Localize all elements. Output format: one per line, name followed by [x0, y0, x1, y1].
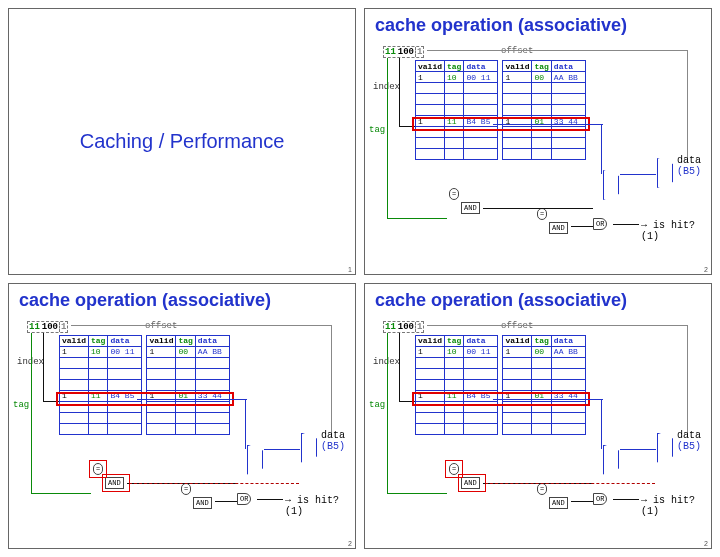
addr-index-bits: 100	[397, 47, 415, 57]
or-gate: OR	[593, 493, 607, 505]
data-output-label: data(B5)	[677, 430, 701, 452]
data-mux-0	[603, 170, 619, 200]
presentation-title: Caching / Performance	[80, 130, 285, 153]
data-mux-1	[657, 433, 673, 463]
cache-way-1: validtagdata 100AA BB 10133 44	[502, 335, 585, 435]
data-mux-1	[301, 433, 317, 463]
data-mux-0	[603, 445, 619, 475]
is-hit-label: → is hit? (1)	[641, 495, 711, 517]
slide-title: Caching / Performance 1	[8, 8, 356, 275]
slide-heading: cache operation (associative)	[375, 290, 711, 311]
eq-gate-1: =	[537, 208, 547, 220]
slide-cache-op-1: cache operation (associative) 11 100 1 o…	[364, 8, 712, 275]
page-number: 2	[704, 540, 708, 547]
cache-way-0: validtagdata 11000 11 111B4 B5	[59, 335, 142, 435]
address-bits: 11 100 1	[383, 46, 424, 58]
data-output-label: data(B5)	[321, 430, 345, 452]
address-bits: 11 100 1	[27, 321, 68, 333]
eq-gate-1: =	[181, 483, 191, 495]
data-output-label: data(B5)	[677, 155, 701, 177]
slide-heading: cache operation (associative)	[19, 290, 355, 311]
col-tag: tag	[445, 61, 464, 72]
slide-heading: cache operation (associative)	[375, 15, 711, 36]
addr-offset-bit: 1	[415, 47, 423, 57]
tag-label: tag	[13, 400, 29, 410]
offset-label: offset	[465, 46, 569, 56]
cache-diagram: 11 100 1 offset index tag validtagdata 1…	[365, 315, 711, 530]
data-mux-0	[247, 445, 263, 475]
page-number: 1	[348, 266, 352, 273]
eq-gate-0: =	[449, 463, 459, 475]
address-bits: 11 100 1	[383, 321, 424, 333]
page-number: 2	[348, 540, 352, 547]
cache-diagram: 11 100 1 offset index tag validtagdata 1…	[365, 40, 711, 255]
cache-ways: validtagdata 11000 11 111B4 B5 validtagd…	[415, 60, 586, 160]
is-hit-label: → is hit? (1)	[641, 220, 711, 242]
tag-label: tag	[369, 400, 385, 410]
eq-gate-0: =	[93, 463, 103, 475]
and-gate-1: AND	[549, 222, 568, 234]
col-data: data	[464, 61, 498, 72]
or-gate: OR	[237, 493, 251, 505]
addr-tag-bits: 11	[384, 47, 397, 57]
data-mux-1	[657, 158, 673, 188]
eq-gate-0: =	[449, 188, 459, 200]
cache-way-0: validtagdata 11000 11 111B4 B5	[415, 60, 498, 160]
is-hit-label: → is hit? (1)	[285, 495, 355, 517]
cache-diagram: 11 100 1 offset index tag validtagdata 1…	[9, 315, 355, 530]
slide-cache-op-3: cache operation (associative) 11 100 1 o…	[364, 283, 712, 550]
cache-way-0: validtagdata 11000 11 111B4 B5	[415, 335, 498, 435]
and-gate-0: AND	[461, 477, 480, 489]
eq-gate-1: =	[537, 483, 547, 495]
col-valid: valid	[416, 61, 445, 72]
and-gate-1: AND	[549, 497, 568, 509]
cache-way-1: validtagdata 100AA BB 10133 44	[146, 335, 229, 435]
slide-cache-op-2: cache operation (associative) 11 100 1 o…	[8, 283, 356, 550]
and-gate-1: AND	[193, 497, 212, 509]
or-gate: OR	[593, 218, 607, 230]
page-number: 2	[704, 266, 708, 273]
tag-label: tag	[369, 125, 385, 135]
and-gate-0: AND	[105, 477, 124, 489]
offset-label: offset	[465, 321, 569, 331]
and-gate-0: AND	[461, 202, 480, 214]
cache-way-1: validtagdata 100AA BB 10133 44	[502, 60, 585, 160]
offset-label: offset	[109, 321, 213, 331]
